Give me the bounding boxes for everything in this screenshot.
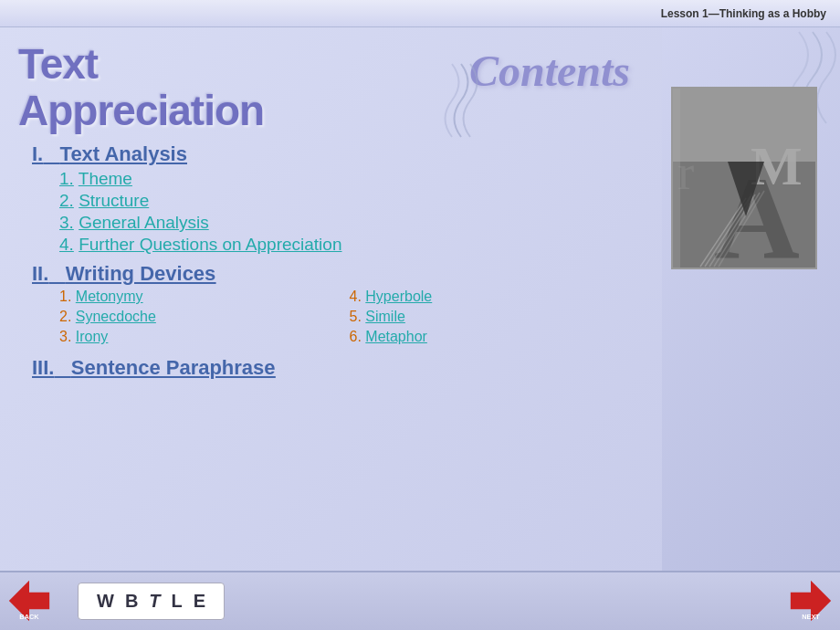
toolbar-t[interactable]: T <box>149 591 160 612</box>
page: Lesson 1—Thinking as a Hobby Text Apprec… <box>0 0 840 630</box>
right-panel: A r M <box>657 27 840 571</box>
section-iii-number: III. <box>32 356 54 379</box>
section-i-number: I. <box>32 142 43 165</box>
section-i-list: 1. Theme 2. Structure 3. General Analysi… <box>32 169 639 255</box>
section-ii-number: II. <box>32 262 48 285</box>
further-questions-link[interactable]: Further Questions on Appreciation <box>79 235 341 254</box>
section-iii: III. Sentence Paraphrase <box>32 356 639 380</box>
book-svg: A r M <box>673 89 817 269</box>
theme-link[interactable]: Theme <box>79 169 132 188</box>
list-item: 1. Metonymy <box>59 289 350 305</box>
toolbar-b[interactable]: B <box>125 591 138 612</box>
list-item: 3. General Analysis <box>59 213 639 233</box>
list-item: 3. Irony <box>59 329 350 345</box>
bottom-bar: BACK W B T L E NEXT <box>0 571 840 630</box>
toolbar-w[interactable]: W <box>97 591 114 612</box>
section-iii-header[interactable]: III. Sentence Paraphrase <box>32 356 639 380</box>
list-item: 1. Theme <box>59 169 639 189</box>
list-item: 5. Simile <box>350 309 640 325</box>
main-title: Text Appreciation <box>18 41 264 133</box>
main-title-line2: Appreciation <box>18 88 264 134</box>
hyperbole-link[interactable]: Hyperbole <box>365 289 432 304</box>
section-ii: II. Writing Devices 1. Metonymy 2. <box>32 262 639 349</box>
back-arrow-svg: BACK <box>7 577 51 625</box>
toolbar-e[interactable]: E <box>194 591 205 612</box>
metaphor-link[interactable]: Metaphor <box>365 329 427 344</box>
back-button[interactable]: BACK <box>7 579 51 623</box>
simile-link[interactable]: Simile <box>365 309 405 324</box>
toolbar-l[interactable]: L <box>172 591 183 612</box>
writing-devices-right: 4. Hyperbole 5. Simile 6. Metaphor <box>350 289 640 349</box>
list-item: 4. Further Questions on Appreciation <box>59 235 639 255</box>
content-panel: Text Appreciation Contents I. <box>0 27 657 571</box>
writing-devices-left: 1. Metonymy 2. Synecdoche 3. Irony <box>59 289 350 349</box>
title-section: Text Appreciation Contents <box>18 41 639 133</box>
next-arrow-svg: NEXT <box>789 577 833 625</box>
section-ii-header[interactable]: II. Writing Devices <box>32 262 639 286</box>
list-item: 2. Synecdoche <box>59 309 350 325</box>
general-analysis-link[interactable]: General Analysis <box>79 213 209 232</box>
top-bar: Lesson 1—Thinking as a Hobby <box>0 0 840 27</box>
list-item: 4. Hyperbole <box>350 289 640 305</box>
navigation-list: I. Text Analysis 1. Theme 2. Structure <box>18 142 639 380</box>
list-item: 6. Metaphor <box>350 329 640 345</box>
toolbar: W B T L E <box>78 583 225 620</box>
svg-text:BACK: BACK <box>19 613 39 621</box>
irony-link[interactable]: Irony <box>76 329 109 344</box>
svg-rect-11 <box>673 89 680 269</box>
structure-link[interactable]: Structure <box>79 191 149 210</box>
section-i: I. Text Analysis 1. Theme 2. Structure <box>32 142 639 255</box>
writing-devices-grid: 1. Metonymy 2. Synecdoche 3. Irony <box>32 289 639 349</box>
section-i-link[interactable]: Text Analysis <box>60 142 187 165</box>
section-iii-link[interactable]: Sentence Paraphrase <box>71 356 276 379</box>
list-item: 2. Structure <box>59 191 639 211</box>
next-button[interactable]: NEXT <box>789 579 833 623</box>
lesson-title: Lesson 1—Thinking as a Hobby <box>661 7 826 20</box>
main-area: Text Appreciation Contents I. <box>0 27 840 571</box>
section-ii-link[interactable]: Writing Devices <box>66 262 216 285</box>
synecdoche-link[interactable]: Synecdoche <box>76 309 156 324</box>
contents-label: Contents <box>469 41 639 96</box>
main-title-line1: Text <box>18 41 264 88</box>
book-image: A r M <box>671 87 817 269</box>
section-i-header[interactable]: I. Text Analysis <box>32 142 639 166</box>
svg-text:NEXT: NEXT <box>802 613 820 621</box>
metonymy-link[interactable]: Metonymy <box>76 289 143 304</box>
